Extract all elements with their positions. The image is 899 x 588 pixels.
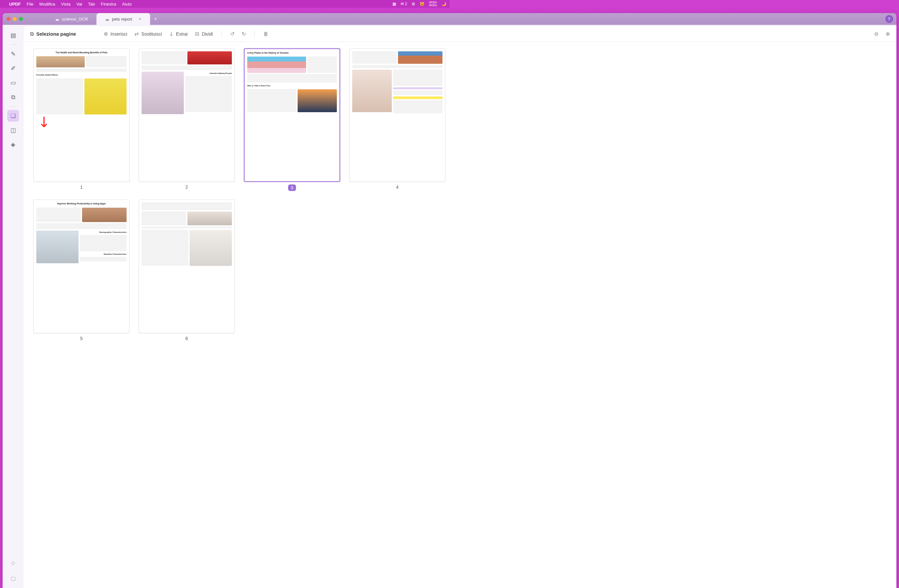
page-title: Improve Working Productivity in Using Ap… (36, 202, 127, 205)
tab-label: science_OCR (62, 17, 88, 22)
minimize-window-button[interactable] (13, 17, 17, 21)
page-number: 1 (80, 184, 83, 190)
insert-button[interactable]: ⊕Inserisci (103, 31, 127, 37)
page-thumb-3[interactable]: A Key Phase in the History of Tourism Wh… (244, 48, 340, 191)
rotate-right-icon: ↻ (242, 31, 246, 37)
sidebar-reader[interactable]: ▤ (7, 29, 19, 41)
tab-bar: ☁ science_OCR ☁ pets report × + T (3, 13, 450, 25)
menu-edit[interactable]: Modifica (39, 2, 55, 6)
replace-icon: ⇄ (134, 31, 139, 37)
menu-file[interactable]: File (26, 2, 33, 6)
tab-pets-report[interactable]: ☁ pets report × (96, 13, 150, 25)
sidebar-edit[interactable]: ✐ (7, 62, 19, 74)
page-thumb-2[interactable]: Animals Helping People 2 (139, 48, 235, 191)
page-number: 2 (185, 184, 188, 190)
replace-button[interactable]: ⇄Sostituisci (134, 31, 162, 37)
status-icon[interactable]: 🐱 (420, 2, 425, 6)
menu-go[interactable]: Vai (76, 2, 82, 6)
delete-button[interactable]: 🗑 (263, 31, 269, 37)
page-subheading: Why to Take a Plant Tour (247, 85, 337, 87)
page-thumb-1[interactable]: The Health and Mood-Boosting Benefits of… (33, 48, 130, 191)
cloud-icon: ☁ (105, 17, 109, 22)
main-panel: ⧉Seleziona pagine ⊕Inserisci ⇄Sostituisc… (23, 26, 450, 294)
tab-science-ocr[interactable]: ☁ science_OCR (46, 13, 96, 25)
fullscreen-window-button[interactable] (19, 17, 23, 21)
page-toolbar: ⧉Seleziona pagine ⊕Inserisci ⇄Sostituisc… (23, 26, 450, 42)
split-icon: ⊟ (195, 31, 199, 37)
sidebar-watermark[interactable]: ◈ (7, 139, 19, 150)
page-number: 3 (288, 184, 296, 191)
page-subheading: Baseline Characteristics (80, 253, 127, 255)
select-icon: ⧉ (30, 31, 34, 37)
menu-tab[interactable]: Tab (88, 2, 95, 6)
extract-icon: ⤓ (169, 31, 173, 37)
app-menu[interactable]: UPDF (9, 2, 21, 6)
sidebar-highlight[interactable]: ✎ (7, 48, 19, 60)
status-icon[interactable]: ✉ 2 (401, 2, 407, 6)
sidebar-pages[interactable]: ❏ (7, 110, 19, 122)
status-icon[interactable]: ▦ (392, 2, 396, 6)
page-subheading: Demographic Characteristics (80, 231, 127, 233)
page-thumb-5[interactable]: Improve Working Productivity in Using Ap… (33, 199, 130, 294)
page-subheading: Possible Health Effects (36, 74, 127, 76)
page-grid[interactable]: ↘ The Health and Mood-Boosting Benefits … (23, 42, 450, 294)
cloud-icon: ☁ (55, 17, 59, 22)
close-tab-button[interactable]: × (139, 16, 141, 22)
page-thumb-6[interactable]: 6 (139, 199, 235, 294)
split-button[interactable]: ⊟Dividi (195, 31, 213, 37)
network-speed: 0KB/s0KB/s (429, 1, 437, 7)
insert-icon: ⊕ (103, 31, 108, 37)
app-window: ☁ science_OCR ☁ pets report × + T ▤ ✎ ✐ … (3, 13, 450, 294)
window-controls (3, 17, 27, 21)
sidebar-form[interactable]: ⧉ (7, 91, 19, 103)
page-subheading: Animals Helping People (185, 72, 232, 74)
status-icon[interactable]: 🌙 (442, 2, 446, 6)
rotate-left-icon: ↺ (230, 31, 235, 37)
page-title: A Key Phase in the History of Tourism (247, 52, 337, 54)
rotate-left-button[interactable]: ↺ (230, 31, 235, 37)
menu-help[interactable]: Aiuto (122, 2, 132, 6)
menu-view[interactable]: Vista (61, 2, 71, 6)
add-tab-button[interactable]: + (150, 16, 162, 23)
select-pages-button[interactable]: ⧉Seleziona pagine (30, 31, 76, 37)
status-icon[interactable]: ⊞ (412, 2, 415, 6)
close-window-button[interactable] (6, 17, 11, 21)
tab-label: pets report (112, 17, 132, 22)
sidebar-text[interactable]: ▭ (7, 77, 19, 89)
trash-icon: 🗑 (263, 31, 269, 37)
extract-button[interactable]: ⤓Estrai (169, 31, 188, 37)
system-menubar: UPDF File Modifica Vista Vai Tab Finestr… (0, 0, 450, 8)
sidebar: ▤ ✎ ✐ ▭ ⧉ ❏ ◫ ◈ ◇ ▢ (3, 25, 23, 294)
rotate-right-button[interactable]: ↻ (242, 31, 246, 37)
page-number: 4 (396, 184, 399, 190)
page-title: The Health and Mood-Boosting Benefits of… (36, 51, 127, 54)
sidebar-crop[interactable]: ◫ (7, 124, 19, 136)
menu-window[interactable]: Finestra (101, 2, 116, 6)
page-thumb-4[interactable]: 4 (349, 48, 445, 191)
